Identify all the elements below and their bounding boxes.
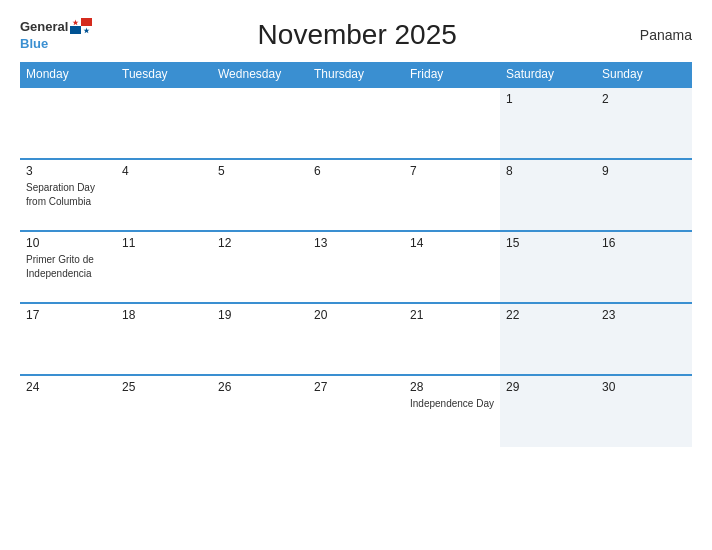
day-cell-3-7: 16 — [596, 231, 692, 303]
week-row-3: 10Primer Grito de Independencia111213141… — [20, 231, 692, 303]
event-label: Separation Day from Columbia — [26, 182, 95, 207]
svg-rect-2 — [70, 26, 81, 34]
week-row-4: 17181920212223 — [20, 303, 692, 375]
week-row-1: 12 — [20, 87, 692, 159]
calendar-body: 123Separation Day from Columbia45678910P… — [20, 87, 692, 447]
calendar-table: Monday Tuesday Wednesday Thursday Friday… — [20, 62, 692, 447]
day-number: 15 — [506, 236, 590, 250]
day-number: 16 — [602, 236, 686, 250]
day-cell-4-4: 20 — [308, 303, 404, 375]
event-label: Independence Day — [410, 398, 494, 409]
col-tuesday: Tuesday — [116, 62, 212, 87]
logo: General Blue — [20, 18, 92, 52]
day-number: 24 — [26, 380, 110, 394]
day-number: 7 — [410, 164, 494, 178]
day-number: 17 — [26, 308, 110, 322]
day-number: 25 — [122, 380, 206, 394]
day-cell-1-6: 1 — [500, 87, 596, 159]
day-cell-2-3: 5 — [212, 159, 308, 231]
day-cell-2-1: 3Separation Day from Columbia — [20, 159, 116, 231]
day-cell-3-6: 15 — [500, 231, 596, 303]
day-cell-4-1: 17 — [20, 303, 116, 375]
logo-general-text: General — [20, 20, 68, 33]
header: General Blue November 2025 — [20, 18, 692, 52]
day-cell-1-7: 2 — [596, 87, 692, 159]
day-cell-4-2: 18 — [116, 303, 212, 375]
day-number: 26 — [218, 380, 302, 394]
day-number: 18 — [122, 308, 206, 322]
day-cell-1-3 — [212, 87, 308, 159]
svg-rect-1 — [81, 18, 92, 26]
day-cell-5-5: 28Independence Day — [404, 375, 500, 447]
day-cell-4-3: 19 — [212, 303, 308, 375]
day-cell-4-5: 21 — [404, 303, 500, 375]
day-number: 4 — [122, 164, 206, 178]
day-number: 12 — [218, 236, 302, 250]
day-cell-5-1: 24 — [20, 375, 116, 447]
week-row-5: 2425262728Independence Day2930 — [20, 375, 692, 447]
calendar-page: General Blue November 2025 — [0, 0, 712, 550]
calendar-title: November 2025 — [92, 19, 622, 51]
col-thursday: Thursday — [308, 62, 404, 87]
day-cell-2-7: 9 — [596, 159, 692, 231]
day-number: 14 — [410, 236, 494, 250]
day-number: 2 — [602, 92, 686, 106]
day-cell-4-7: 23 — [596, 303, 692, 375]
day-cell-1-2 — [116, 87, 212, 159]
day-cell-5-2: 25 — [116, 375, 212, 447]
country-label: Panama — [622, 27, 692, 43]
col-monday: Monday — [20, 62, 116, 87]
logo-flag-icon — [70, 18, 92, 34]
day-number: 8 — [506, 164, 590, 178]
day-cell-3-3: 12 — [212, 231, 308, 303]
day-cell-5-4: 27 — [308, 375, 404, 447]
day-number: 27 — [314, 380, 398, 394]
col-sunday: Sunday — [596, 62, 692, 87]
day-number: 3 — [26, 164, 110, 178]
day-number: 28 — [410, 380, 494, 394]
day-cell-1-1 — [20, 87, 116, 159]
day-cell-5-7: 30 — [596, 375, 692, 447]
day-cell-5-3: 26 — [212, 375, 308, 447]
day-number: 20 — [314, 308, 398, 322]
day-number: 6 — [314, 164, 398, 178]
calendar-header: Monday Tuesday Wednesday Thursday Friday… — [20, 62, 692, 87]
days-of-week-row: Monday Tuesday Wednesday Thursday Friday… — [20, 62, 692, 87]
day-number: 5 — [218, 164, 302, 178]
day-cell-2-4: 6 — [308, 159, 404, 231]
day-number: 13 — [314, 236, 398, 250]
day-cell-1-5 — [404, 87, 500, 159]
day-number: 30 — [602, 380, 686, 394]
day-cell-3-5: 14 — [404, 231, 500, 303]
day-number: 23 — [602, 308, 686, 322]
day-cell-3-1: 10Primer Grito de Independencia — [20, 231, 116, 303]
day-number: 22 — [506, 308, 590, 322]
day-cell-2-2: 4 — [116, 159, 212, 231]
day-cell-3-4: 13 — [308, 231, 404, 303]
day-number: 11 — [122, 236, 206, 250]
week-row-2: 3Separation Day from Columbia456789 — [20, 159, 692, 231]
day-number: 19 — [218, 308, 302, 322]
day-cell-2-5: 7 — [404, 159, 500, 231]
day-cell-2-6: 8 — [500, 159, 596, 231]
day-cell-4-6: 22 — [500, 303, 596, 375]
day-cell-5-6: 29 — [500, 375, 596, 447]
col-friday: Friday — [404, 62, 500, 87]
col-wednesday: Wednesday — [212, 62, 308, 87]
event-label: Primer Grito de Independencia — [26, 254, 94, 279]
day-cell-1-4 — [308, 87, 404, 159]
day-cell-3-2: 11 — [116, 231, 212, 303]
day-number: 21 — [410, 308, 494, 322]
day-number: 9 — [602, 164, 686, 178]
col-saturday: Saturday — [500, 62, 596, 87]
day-number: 10 — [26, 236, 110, 250]
day-number: 29 — [506, 380, 590, 394]
day-number: 1 — [506, 92, 590, 106]
logo-blue-text: Blue — [20, 36, 48, 51]
